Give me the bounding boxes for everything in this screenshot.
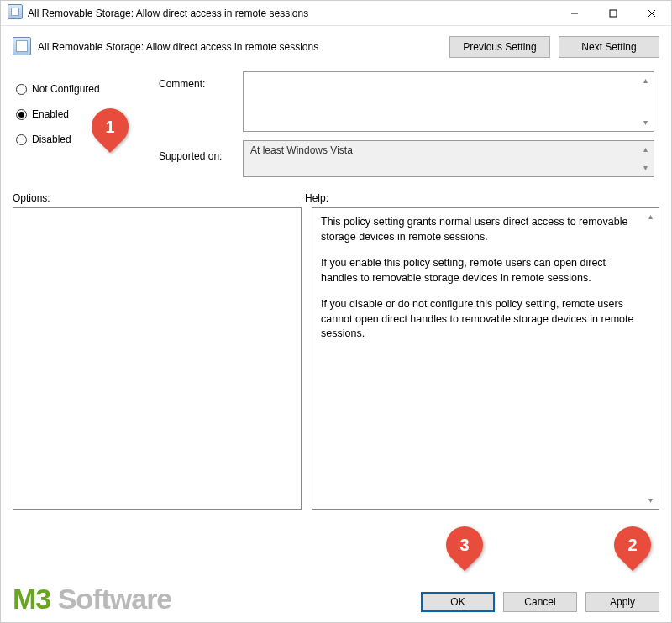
- window-title: All Removable Storage: Allow direct acce…: [28, 8, 555, 19]
- policy-icon-large: [13, 37, 31, 58]
- config-area: Not Configured Enabled Disabled Comment:…: [1, 66, 671, 177]
- scroll-down-icon[interactable]: ▾: [638, 161, 652, 175]
- radio-disabled[interactable]: Disabled: [16, 127, 150, 152]
- watermark-m3: M3: [13, 583, 50, 615]
- previous-setting-button[interactable]: Previous Setting: [449, 36, 550, 58]
- help-paragraph: If you enable this policy setting, remot…: [321, 256, 640, 285]
- apply-button[interactable]: Apply: [585, 592, 659, 612]
- scroll-down-icon[interactable]: ▾: [643, 494, 657, 507]
- help-label: Help:: [305, 192, 328, 204]
- scroll-up-icon[interactable]: ▴: [638, 143, 652, 156]
- radio-icon: [16, 109, 27, 120]
- supported-value: At least Windows Vista: [250, 144, 353, 156]
- ok-button[interactable]: OK: [421, 592, 495, 612]
- comment-textbox[interactable]: ▴ ▾: [243, 71, 654, 132]
- close-button[interactable]: [633, 1, 671, 26]
- next-setting-button[interactable]: Next Setting: [559, 36, 659, 58]
- policy-icon: [8, 4, 23, 22]
- pane-labels: Options: Help:: [1, 177, 671, 207]
- window-controls: [555, 1, 671, 26]
- help-pane: This policy setting grants normal users …: [312, 207, 659, 510]
- svg-rect-1: [610, 10, 617, 17]
- scroll-down-icon[interactable]: ▾: [638, 116, 652, 129]
- supported-on-box: At least Windows Vista ▴ ▾: [243, 140, 654, 177]
- panes: This policy setting grants normal users …: [1, 207, 671, 510]
- options-label: Options:: [13, 192, 305, 204]
- fields: ▴ ▾ At least Windows Vista ▴ ▾: [243, 71, 659, 177]
- radio-icon: [16, 84, 27, 95]
- comment-label: Comment:: [159, 76, 234, 102]
- titlebar: All Removable Storage: Allow direct acce…: [1, 1, 671, 26]
- help-paragraph: If you disable or do not configure this …: [321, 297, 640, 342]
- state-radio-group: Not Configured Enabled Disabled: [16, 71, 150, 177]
- radio-enabled[interactable]: Enabled: [16, 102, 150, 127]
- minimize-button[interactable]: [555, 1, 594, 26]
- cancel-button[interactable]: Cancel: [503, 592, 577, 612]
- scroll-up-icon[interactable]: ▴: [643, 210, 657, 223]
- header: All Removable Storage: Allow direct acce…: [1, 26, 671, 66]
- radio-label: Not Configured: [32, 83, 100, 95]
- scroll-up-icon[interactable]: ▴: [638, 74, 652, 87]
- supported-label: Supported on:: [159, 149, 234, 174]
- annotation-marker-2: 2: [614, 526, 651, 578]
- field-labels: Comment: Supported on:: [159, 71, 234, 177]
- annotation-marker-3: 3: [446, 526, 483, 578]
- dialog-buttons: OK Cancel Apply: [421, 592, 659, 612]
- help-paragraph: This policy setting grants normal users …: [321, 215, 640, 244]
- radio-not-configured[interactable]: Not Configured: [16, 76, 150, 102]
- watermark-rest: Software: [50, 583, 171, 615]
- maximize-button[interactable]: [594, 1, 633, 26]
- options-pane: [13, 207, 302, 510]
- radio-icon: [16, 134, 27, 145]
- watermark: M3 Software: [13, 583, 171, 615]
- radio-label: Disabled: [32, 134, 71, 145]
- radio-label: Enabled: [32, 108, 69, 120]
- policy-name: All Removable Storage: Allow direct acce…: [38, 41, 441, 53]
